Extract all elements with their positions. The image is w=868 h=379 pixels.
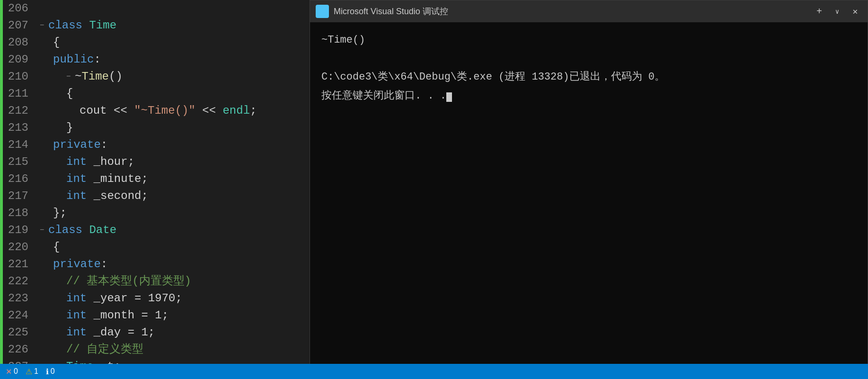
- message-icon: ℹ: [46, 367, 49, 376]
- line-number: 221: [7, 256, 28, 273]
- code-text: :: [101, 136, 107, 153]
- line-number: 219: [7, 222, 28, 239]
- collapse-icon[interactable]: −: [40, 225, 47, 236]
- terminal-icon: [316, 5, 329, 18]
- comment: // 自定义类型: [66, 341, 143, 358]
- keyword-cyan: Time: [66, 358, 94, 364]
- code-text: _t;: [94, 358, 121, 364]
- code-text: {: [53, 239, 60, 256]
- line-number: 222: [7, 273, 28, 290]
- terminal-close-button[interactable]: ✕: [849, 5, 862, 18]
- keyword-blue: class: [48, 222, 82, 239]
- line-number: 217: [7, 188, 28, 205]
- keyword-cyan: Date: [89, 222, 116, 239]
- line-number: 208: [7, 34, 28, 51]
- line-number: 212: [7, 102, 28, 119]
- terminal-line: 按任意键关闭此窗口. . .: [321, 88, 856, 104]
- code-text: _minute;: [87, 171, 148, 188]
- line-number: 223: [7, 290, 28, 307]
- warning-icon: ⚠: [26, 367, 32, 376]
- status-messages: ℹ 0: [46, 367, 55, 376]
- code-text: :: [94, 51, 100, 68]
- line-number: 227: [7, 358, 28, 364]
- function-name: Time: [81, 68, 109, 85]
- string-literal: "~Time()": [134, 102, 195, 119]
- code-text: :: [101, 256, 107, 273]
- code-text: _hour;: [87, 153, 134, 171]
- code-text: {: [66, 85, 73, 102]
- message-count: 0: [51, 367, 55, 376]
- line-number: 224: [7, 307, 28, 324]
- code-text: [82, 17, 89, 34]
- line-number: 214: [7, 136, 28, 153]
- keyword-blue: int: [66, 307, 87, 324]
- keyword-blue: private: [53, 256, 101, 273]
- error-icon: ✕: [6, 367, 12, 376]
- code-text: _year = 1970;: [87, 290, 182, 307]
- line-number: 215: [7, 153, 28, 171]
- keyword-cyan: Time: [89, 17, 116, 34]
- warning-count: 1: [34, 367, 38, 376]
- code-text: _day = 1;: [87, 324, 155, 341]
- terminal-body: ~Time() C:\code3\类\x64\Debug\类.exe (进程 1…: [310, 22, 868, 364]
- code-text: (): [109, 68, 123, 85]
- code-text: ;: [250, 102, 257, 119]
- collapse-icon[interactable]: −: [40, 20, 47, 31]
- line-numbers: 2062072082092102112122132142152162172182…: [3, 0, 36, 364]
- code-text: }: [66, 119, 73, 136]
- line-number: 220: [7, 239, 28, 256]
- line-number: 210: [7, 68, 28, 85]
- status-warnings: ⚠ 1: [26, 367, 38, 376]
- keyword-blue: int: [66, 188, 87, 205]
- keyword-blue: int: [66, 153, 87, 171]
- comment: // 基本类型(内置类型): [66, 273, 191, 290]
- code-text: _second;: [87, 188, 148, 205]
- terminal-window: Microsoft Visual Studio 调试控 + ∨ ✕ ~Time(…: [310, 0, 868, 364]
- keyword-cyan: endl: [222, 102, 250, 119]
- code-text: };: [53, 205, 67, 222]
- line-number: 225: [7, 324, 28, 341]
- line-number: 206: [7, 0, 28, 17]
- keyword-blue: private: [53, 136, 101, 153]
- keyword-blue: int: [66, 324, 87, 341]
- line-number: 218: [7, 205, 28, 222]
- code-text: {: [53, 34, 60, 51]
- error-count: 0: [14, 367, 18, 376]
- line-number: 207: [7, 17, 28, 34]
- code-text: <<: [195, 102, 223, 119]
- keyword-blue: public: [53, 51, 94, 68]
- terminal-line: ~Time(): [321, 32, 856, 48]
- code-text: [82, 222, 89, 239]
- status-errors: ✕ 0: [6, 367, 18, 376]
- editor-area: 2062072082092102112122132142152162172182…: [0, 0, 868, 364]
- line-number: 209: [7, 51, 28, 68]
- line-number: 213: [7, 119, 28, 136]
- keyword-blue: class: [48, 17, 82, 34]
- cursor: [446, 92, 452, 102]
- code-text: _month = 1;: [87, 307, 168, 324]
- status-bar: ✕ 0 ⚠ 1 ℹ 0: [0, 364, 868, 379]
- keyword-blue: int: [66, 171, 87, 188]
- terminal-title: Microsoft Visual Studio 调试控: [334, 6, 808, 17]
- line-number: 226: [7, 341, 28, 358]
- line-number: 216: [7, 171, 28, 188]
- line-number: 211: [7, 85, 28, 102]
- code-text: ~: [75, 68, 81, 85]
- terminal-dropdown-button[interactable]: ∨: [831, 5, 844, 18]
- terminal-line: C:\code3\类\x64\Debug\类.exe (进程 13328)已退出…: [321, 69, 856, 85]
- terminal-titlebar: Microsoft Visual Studio 调试控 + ∨ ✕: [310, 0, 868, 22]
- terminal-add-button[interactable]: +: [813, 5, 826, 18]
- terminal-line: [321, 50, 856, 67]
- collapse-icon[interactable]: −: [66, 71, 74, 82]
- keyword-blue: int: [66, 290, 87, 307]
- code-text: cout <<: [80, 102, 134, 119]
